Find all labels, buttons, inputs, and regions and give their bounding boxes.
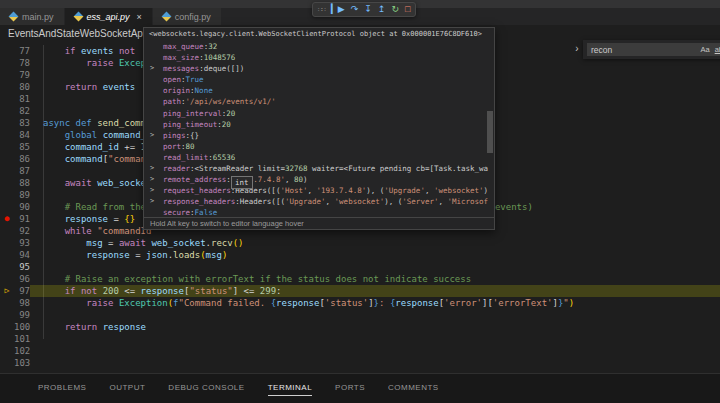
expand-chevron-icon[interactable]: > [150,174,163,185]
chevron-spacer [150,141,163,152]
chevron-spacer [150,74,163,85]
step-out-icon[interactable]: ↥ [378,5,386,14]
code-line-97: ▷97 if not 200 <= response["status"] <= … [0,285,720,297]
chevron-spacer [150,119,163,130]
chevron-spacer [150,108,163,119]
line-code[interactable]: if not 200 <= response["status"] <= 299: [30,285,720,297]
panel-tab-comments[interactable]: COMMENTS [388,383,439,396]
line-number: 79 [14,70,30,80]
line-code[interactable]: msg = await web_socket.recv() [30,237,720,249]
chevron-spacer [150,96,163,107]
line-code[interactable] [30,333,720,345]
whole-word-icon[interactable]: ab [715,45,720,54]
line-code[interactable]: raise Exception(f"Command failed. {respo… [30,297,720,309]
variable-value: None [195,85,213,96]
tab-label: ess_api.py [87,12,130,22]
tab-ess_api-py[interactable]: ess_api.py× [65,8,152,25]
variable-name: max_size [163,52,199,63]
variable-row-origin: origin: None [144,85,494,96]
variable-name: messages [163,63,199,74]
code-line-103: 103 [0,357,720,369]
variable-row-reader[interactable]: >reader: <StreamReader limit=32768 waite… [144,163,494,174]
panel-tab-output[interactable]: OUTPUT [109,383,145,396]
variable-value: '/api/ws/events/v1/' [186,96,276,107]
stop-icon[interactable]: □ [405,5,410,14]
tab-config-py[interactable]: config.py [153,8,221,25]
variable-value: Headers([('Upgrade', 'websocket'), ('Ser… [240,196,488,207]
line-number: 101 [14,334,30,344]
line-number: 90 [14,202,30,212]
line-code[interactable]: response = json.loads(msg) [30,249,720,261]
line-number: 86 [14,154,30,164]
step-into-icon[interactable]: ↧ [364,5,372,14]
code-line-96: 96 # Raise an exception with errorText i… [0,273,720,285]
continue-icon[interactable]: ▎▶ [331,5,345,14]
variable-value: Headers([('Host', '193.7.4.8'), ('Upgrad… [235,185,488,196]
variable-value: deque([]) [204,63,245,74]
python-file-icon [161,12,171,22]
close-tab-icon[interactable]: × [137,12,142,22]
execution-pointer-icon[interactable]: ▷ [0,285,14,297]
variable-name: ping_timeout [163,119,217,130]
drag-handle-icon[interactable]: ∷∷ [318,6,325,13]
variable-row-open: open: True [144,74,494,85]
panel-tab-debug-console[interactable]: DEBUG CONSOLE [168,383,244,396]
panel-tab-ports[interactable]: PORTS [335,383,365,396]
code-line-93: 93 msg = await web_socket.recv() [0,237,720,249]
expand-chevron-icon[interactable]: > [150,196,163,207]
variable-name: response_headers [163,196,235,207]
expand-chevron-icon[interactable]: > [150,163,163,174]
line-number: 78 [14,58,30,68]
variable-row-pings[interactable]: >pings: {} [144,130,494,141]
tab-main-py[interactable]: main.py [0,8,64,25]
variable-name: open [163,74,181,85]
line-number: 77 [14,46,30,56]
variable-name: remote_address [163,174,226,185]
line-code[interactable] [30,357,720,369]
panel-tab-terminal[interactable]: TERMINAL [268,383,312,396]
variable-value: 1048576 [204,52,236,63]
line-number: 96 [14,274,30,284]
find-expand-chevron-icon[interactable]: › [571,40,583,58]
line-number: 103 [14,358,30,368]
variable-name: port [163,141,181,152]
expand-chevron-icon[interactable]: > [150,130,163,141]
debug-toolbar[interactable]: ∷∷▎▶↷↧↥↻□ [312,2,416,17]
code-line-95: 95 [0,261,720,273]
line-code[interactable]: # Raise an exception with errorText if t… [30,273,720,285]
panel-tab-problems[interactable]: PROBLEMS [38,383,86,396]
restart-icon[interactable]: ↻ [391,5,399,14]
variable-name: pings [163,130,186,141]
hover-scrollbar[interactable] [487,111,493,153]
breakpoint-icon[interactable]: ● [0,213,14,225]
variable-name: reader [163,163,190,174]
find-input[interactable]: recon Aa ab .* [587,43,720,56]
variable-row-max_size: max_size: 1048576 [144,52,494,63]
vscode-window: main.pyess_api.py×config.py ∷∷▎▶↷↧↥↻□ Ev… [0,0,720,403]
line-code[interactable] [30,261,720,273]
variable-value: 20 [226,108,235,119]
line-number: 83 [14,118,30,128]
variable-row-request_headers[interactable]: >request_headers: Headers([('Host', '193… [144,185,494,196]
line-number: 98 [14,298,30,308]
line-number: 85 [14,142,30,152]
line-number: 91 [14,214,30,224]
variable-row-ping_timeout: ping_timeout: 20 [144,119,494,130]
variable-row-remote_address[interactable]: >remote_address: ('193.7.4.8', 80) [144,174,494,185]
line-code[interactable] [30,345,720,357]
variable-row-path: path: '/api/ws/events/v1/' [144,96,494,107]
line-number: 81 [14,94,30,104]
line-code[interactable]: return response [30,321,720,333]
chevron-spacer [150,152,163,163]
expand-chevron-icon[interactable]: > [150,63,163,74]
variable-value: {} [190,130,199,141]
match-case-icon[interactable]: Aa [700,45,709,54]
code-line-94: 94 response = json.loads(msg) [0,249,720,261]
chevron-spacer [150,85,163,96]
code-line-99: 99 [0,309,720,321]
line-code[interactable] [30,309,720,321]
variable-row-messages[interactable]: >messages: deque([]) [144,63,494,74]
step-over-icon[interactable]: ↷ [351,5,359,14]
variable-row-response_headers[interactable]: >response_headers: Headers([('Upgrade', … [144,196,494,207]
expand-chevron-icon[interactable]: > [150,185,163,196]
